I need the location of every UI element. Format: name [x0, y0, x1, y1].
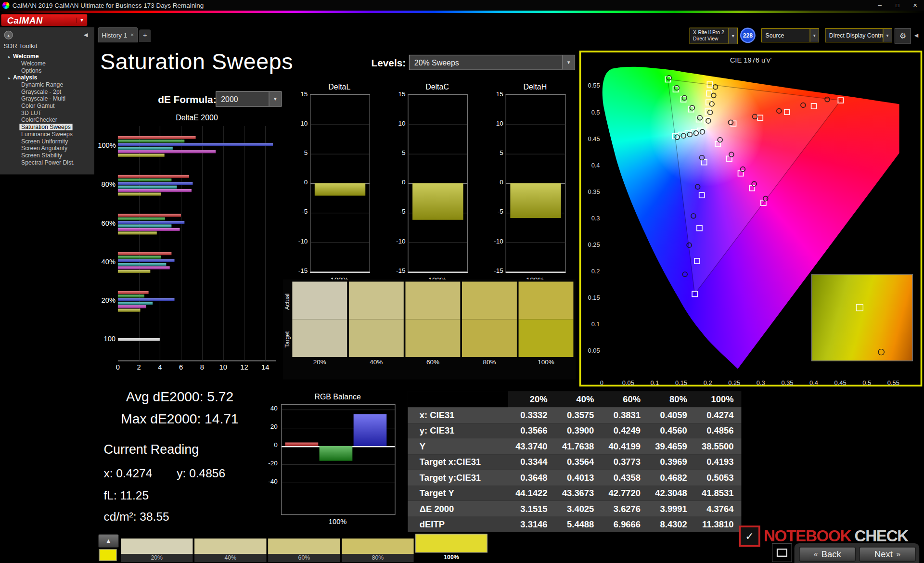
sidebar-item-welcome[interactable]: ▸Welcome [0, 53, 94, 60]
bottom-swatch-60%[interactable]: 60% [268, 538, 340, 562]
axis-tick-label: 10 [489, 120, 503, 127]
tab-close-icon[interactable]: ✕ [130, 32, 134, 38]
axis-tick-label: 0.1 [645, 379, 664, 386]
sidebar-item-screen-uniformity[interactable]: Screen Uniformity [0, 138, 94, 145]
sidebar-item-luminance-sweeps[interactable]: Luminance Sweeps [0, 131, 94, 138]
zoom-inset [811, 274, 913, 361]
sidebar-item-label: Luminance Sweeps [21, 131, 73, 137]
reading-cdm2: cd/m²: 38.55 [104, 510, 169, 524]
gridline [202, 126, 203, 360]
levels-value: 20% Sweeps [414, 58, 459, 67]
chart-title: DeltaE 2000 [118, 113, 276, 122]
gridline [310, 124, 369, 125]
y-axis: 151050-5-10-15 [391, 82, 405, 290]
levels-dropdown[interactable]: 20% Sweeps ▼ [409, 55, 575, 70]
maximize-button[interactable]: □ [889, 0, 907, 11]
table-cell: 0.3566 [508, 423, 555, 438]
plot-area [281, 404, 396, 515]
de-formula-dropdown[interactable]: 2000 ▼ [216, 91, 282, 107]
axis-tick-label: 0.35 [582, 188, 600, 195]
axis-tick-label: 0.55 [582, 82, 600, 89]
saturation-swatch-bar: 20%40%60%80%100% [121, 533, 488, 562]
axis-tick-label: 0.4 [804, 379, 823, 386]
chevron-down-icon: ▼ [883, 29, 891, 42]
plot-area [310, 94, 370, 273]
deltae-bar-60%-blue [118, 221, 184, 224]
axis-tick-label: 0.25 [725, 379, 744, 386]
add-tab-button[interactable]: + [139, 29, 151, 42]
deltae-bar-100%-red [118, 136, 196, 139]
sidebar-item-welcome[interactable]: Welcome [0, 60, 94, 67]
sidebar-item-saturation-sweeps[interactable]: Saturation Sweeps [0, 124, 94, 131]
axis-tick-label: 0 [263, 441, 277, 448]
gridline [409, 154, 467, 154]
table-cell: 3.4025 [554, 501, 601, 516]
swatch-columns: 20%40%60%80%100% [292, 282, 573, 366]
table-cell: 0.4856 [694, 423, 741, 438]
display-control-dropdown[interactable]: Direct Display Control ▼ [825, 28, 892, 42]
chart-title: DeltaC [408, 82, 466, 91]
bottom-swatch-40%[interactable]: 40% [194, 538, 266, 562]
sidebar-item-grayscale-2pt[interactable]: Grayscale - 2pt [0, 89, 94, 96]
table-cell: 38.5500 [694, 438, 741, 454]
sidebar-item-colorchecker[interactable]: ColorChecker [0, 116, 94, 124]
bottom-swatch-80%[interactable]: 80% [342, 538, 413, 562]
sidebar-item-label: Grayscale - Multi [21, 95, 65, 102]
sidebar-item-label: ColorChecker [21, 116, 57, 123]
table-row-label: y: CIE31 [408, 423, 508, 438]
sidebar-item-screen-angularity[interactable]: Screen Angularity [0, 145, 94, 152]
table-header-cell: 60% [601, 391, 648, 407]
eject-button[interactable]: ▲ [98, 534, 119, 548]
gear-icon[interactable]: ⚙ [895, 28, 911, 44]
table-cell: 0.4059 [648, 407, 694, 422]
swatch-label: 60% [268, 554, 340, 562]
workflow-menu-button[interactable]: ▴ [4, 31, 13, 39]
axis-tick-label: 0.45 [582, 135, 600, 142]
table-cell: 4.3764 [694, 501, 741, 516]
deltae-2000-chart: DeltaE 2000 100%80%60%40%20%100 02468101… [98, 113, 281, 377]
axis-tick-label: 20 [263, 423, 277, 430]
source-dropdown[interactable]: Source ▼ [761, 28, 819, 42]
minimize-button[interactable]: ─ [871, 0, 889, 11]
deltae-bar-60%-yellow [118, 231, 157, 234]
de-formula-value: 2000 [221, 95, 238, 103]
close-button[interactable]: ✕ [906, 0, 924, 11]
back-button[interactable]: « Back [799, 547, 856, 562]
sidebar-item-grayscale-multi[interactable]: Grayscale - Multi [0, 95, 94, 102]
y-axis: 40200-20-40 [263, 393, 279, 533]
rainbow-gradient-strip [0, 11, 924, 13]
sidebar-item-label: Screen Stability [21, 152, 62, 158]
next-button[interactable]: Next » [859, 547, 916, 562]
deltae-bar-100%-yellow [118, 154, 164, 156]
gridline [506, 124, 565, 125]
sidebar-item-label: Options [21, 67, 41, 74]
sidebar-item-screen-stability[interactable]: Screen Stability [0, 152, 94, 159]
chevron-down-icon: ▼ [728, 28, 737, 44]
bottom-swatch-20%[interactable]: 20% [121, 538, 192, 562]
sidebar-item-dynamic-range[interactable]: Dynamic Range [0, 81, 94, 89]
sidebar-item-options[interactable]: Options [0, 67, 94, 75]
next-label: Next [874, 549, 893, 559]
gridline [244, 126, 244, 360]
next-chevron-icon: » [896, 550, 900, 558]
sidebar-item-analysis[interactable]: ▸Analysis [0, 74, 94, 81]
sidebar-item-color-gamut[interactable]: Color Gamut [0, 102, 94, 110]
table-cell: 0.3969 [648, 454, 694, 469]
table-cell: 11.3810 [694, 516, 741, 532]
sidebar-item-3d-lut[interactable]: 3D LUT [0, 110, 94, 117]
collapse-panel-icon[interactable]: ◀ [911, 28, 921, 42]
meter-dropdown[interactable]: X-Rite i1Pro 2 Direct View ▼ [690, 28, 738, 44]
display-control-label: Direct Display Control [829, 32, 886, 38]
sidebar-item-spectral-power-dist-[interactable]: Spectral Power Dist. [0, 159, 94, 166]
calman-logo[interactable]: CalMAN ▼ [1, 14, 87, 26]
tab-history-1[interactable]: History 1 ✕ [98, 27, 138, 42]
deltae-bar-80%-red [118, 175, 190, 178]
axis-tick-label: 4 [153, 363, 167, 371]
axis-tick-label: 0.45 [831, 379, 850, 386]
reading-count-badge[interactable]: 228 [740, 28, 756, 43]
deltae-bar-80%-yellow [118, 192, 161, 195]
axis-tick-label: 0.15 [582, 294, 600, 301]
sidebar-collapse-icon[interactable]: ◀ [84, 32, 88, 38]
bottom-swatch-100%[interactable]: 100% [415, 534, 487, 562]
deltae-bar-20%-cyan [118, 301, 153, 304]
